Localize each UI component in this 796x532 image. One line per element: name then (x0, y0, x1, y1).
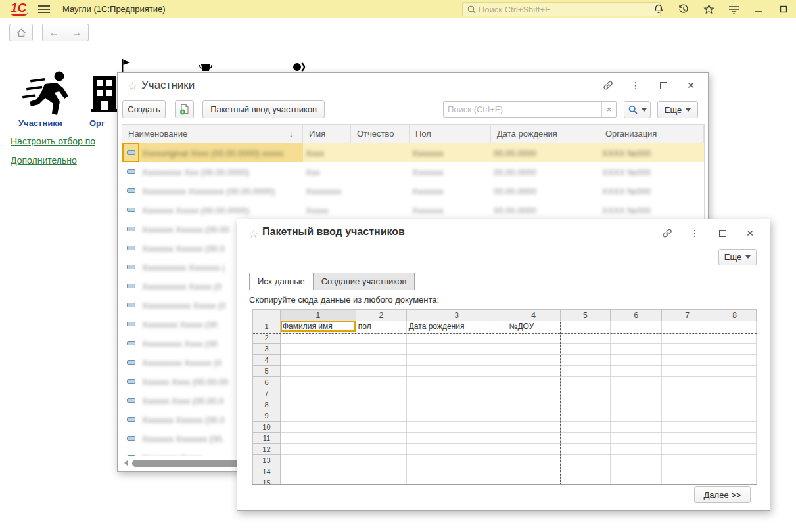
table-row[interactable]: Ххххххххх Ххх (00.00.0000)ХххХхххххх00.0… (122, 162, 704, 181)
grid-cell[interactable] (560, 332, 611, 344)
grid-cell[interactable] (356, 332, 406, 344)
grid-cell[interactable] (280, 410, 356, 422)
home-button[interactable] (9, 24, 33, 41)
grid-cell[interactable] (611, 466, 662, 477)
grid-cell[interactable] (356, 433, 406, 444)
grid-cell[interactable] (560, 422, 611, 433)
grid-cell[interactable] (406, 344, 507, 355)
grid-cell[interactable] (560, 455, 611, 466)
grid-cell[interactable] (662, 344, 713, 355)
back-button[interactable]: ← (42, 24, 66, 41)
grid-column-header[interactable]: 6 (611, 310, 662, 321)
grid-cell[interactable] (406, 332, 507, 344)
grid-cell[interactable] (406, 466, 507, 477)
grid-cell[interactable] (507, 344, 560, 355)
grid-cell[interactable] (662, 388, 713, 399)
grid-cell[interactable] (406, 477, 507, 485)
grid-cell[interactable] (356, 422, 406, 433)
create-button[interactable]: Создать (122, 100, 166, 118)
grid-cell[interactable] (356, 355, 406, 366)
window-maximize-icon[interactable] (717, 228, 728, 238)
grid-cell[interactable] (280, 466, 356, 477)
main-menu-icon[interactable] (38, 5, 50, 13)
grid-cell[interactable] (406, 388, 507, 399)
grid-cell[interactable] (280, 455, 356, 466)
grid-cell[interactable] (406, 455, 507, 466)
grid-column-header[interactable]: 1 (280, 310, 356, 321)
grid-cell[interactable] (560, 377, 611, 388)
grid-cell[interactable] (280, 477, 356, 485)
grid-corner-cell[interactable] (253, 310, 281, 321)
grid-column-header[interactable]: 5 (560, 310, 611, 321)
grid-cell[interactable] (560, 388, 611, 399)
grid-cell[interactable] (611, 344, 662, 355)
grid-cell[interactable]: Дата рождения (406, 321, 507, 332)
grid-cell[interactable] (356, 410, 406, 422)
grid-cell[interactable] (713, 355, 757, 366)
grid-cell[interactable] (713, 321, 757, 332)
grid-cell[interactable] (280, 433, 356, 444)
grid-cell[interactable] (356, 344, 406, 355)
grid-cell[interactable] (560, 399, 611, 410)
grid-cell[interactable] (406, 422, 507, 433)
grid-cell[interactable] (560, 444, 611, 455)
grid-cell[interactable] (713, 388, 757, 399)
more-button[interactable]: Еще (657, 101, 698, 118)
grid-cell[interactable] (356, 444, 406, 455)
grid-cell[interactable] (280, 355, 356, 366)
grid-cell[interactable] (662, 366, 713, 377)
more-button[interactable]: Еще (718, 249, 757, 265)
grid-cell[interactable] (507, 366, 560, 377)
history-icon[interactable] (678, 3, 690, 15)
grid-cell[interactable] (406, 399, 507, 410)
shortcut-participants[interactable]: Участники (18, 118, 62, 128)
forward-button[interactable]: → (65, 24, 89, 41)
column-header[interactable]: Дата рождения (491, 125, 599, 143)
grid-cell[interactable] (560, 321, 611, 332)
grid-cell[interactable] (406, 433, 507, 444)
grid-cell[interactable] (662, 332, 713, 344)
grid-cell[interactable] (356, 399, 406, 410)
global-search[interactable] (462, 2, 661, 16)
grid-row-header[interactable]: 6 (253, 377, 281, 388)
column-header[interactable]: Наименование↓ (122, 125, 303, 143)
grid-cell[interactable] (280, 388, 356, 399)
grid-cell[interactable] (713, 477, 757, 485)
grid-cell[interactable] (611, 366, 662, 377)
grid-row-header[interactable]: 2 (253, 332, 281, 344)
clear-search-icon[interactable]: × (601, 102, 616, 117)
tab-create-participants[interactable]: Создание участников (314, 273, 415, 290)
grid-cell[interactable] (560, 477, 611, 485)
grid-row-header[interactable]: 4 (253, 355, 281, 366)
window-maximize-icon[interactable] (658, 80, 668, 91)
grid-cell[interactable] (560, 355, 611, 366)
grid-column-header[interactable]: 7 (662, 310, 713, 321)
grid-cell[interactable] (662, 410, 713, 422)
maximize-icon[interactable] (778, 3, 789, 15)
column-header[interactable]: Отчество (351, 125, 410, 143)
grid-cell[interactable] (507, 455, 560, 466)
grid-cell[interactable] (611, 410, 662, 422)
grid-cell[interactable] (611, 433, 662, 444)
grid-cell[interactable] (507, 388, 560, 399)
grid-cell[interactable] (356, 477, 406, 485)
grid-cell[interactable] (507, 444, 560, 455)
grid-cell[interactable] (406, 377, 507, 388)
get-link-icon[interactable] (662, 228, 672, 238)
grid-row-header[interactable]: 5 (253, 366, 281, 377)
list-search-input[interactable] (444, 102, 601, 117)
minimize-icon[interactable] (753, 3, 764, 15)
grid-cell[interactable] (611, 355, 662, 366)
grid-cell[interactable] (560, 410, 611, 422)
grid-cell[interactable] (280, 444, 356, 455)
grid-cell[interactable] (662, 399, 713, 410)
grid-cell[interactable] (280, 377, 356, 388)
window-close-icon[interactable]: × (686, 80, 696, 91)
grid-cell[interactable] (713, 422, 757, 433)
grid-cell[interactable] (713, 444, 757, 455)
grid-cell[interactable] (507, 477, 560, 485)
grid-cell[interactable] (507, 355, 560, 366)
grid-cell[interactable] (713, 466, 757, 477)
grid-cell[interactable] (507, 422, 560, 433)
grid-row-header[interactable]: 1 (253, 321, 281, 332)
